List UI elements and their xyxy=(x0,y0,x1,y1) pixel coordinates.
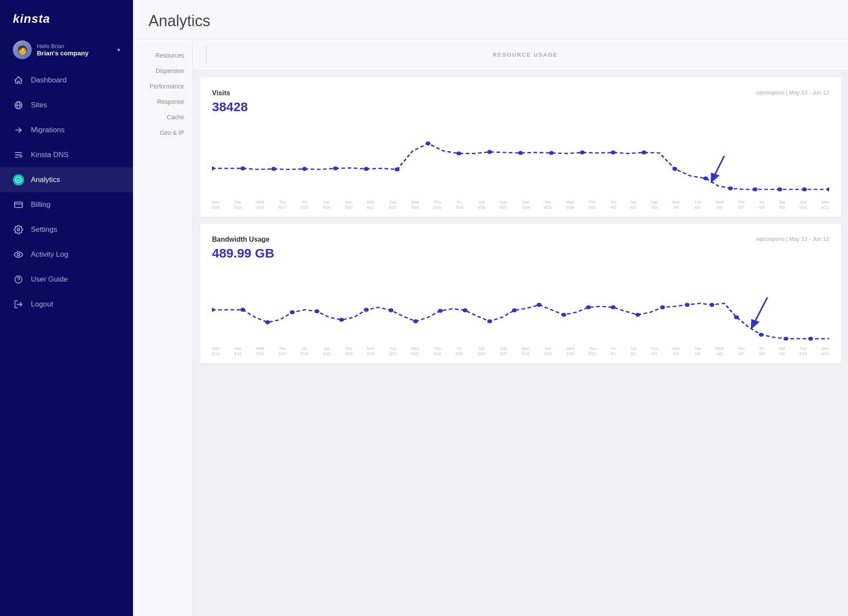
svg-point-31 xyxy=(802,187,807,191)
sidebar-item-label: User Guide xyxy=(31,275,68,284)
svg-point-46 xyxy=(512,309,517,313)
sidebar-item-migrations[interactable]: Migrations xyxy=(0,118,133,143)
chart-date: Wed5/16 xyxy=(256,346,264,356)
chart-subtitle: wpcoupons | May 13 - Jun 12 xyxy=(756,89,829,96)
sidebar-item-settings[interactable]: Settings xyxy=(0,217,133,242)
chart-subtitle: wpcoupons | May 13 - Jun 12 xyxy=(756,236,829,242)
chart-date: Sat6/9 xyxy=(779,346,785,356)
svg-point-15 xyxy=(333,167,338,170)
svg-point-40 xyxy=(364,308,369,312)
chart-value: 489.99 GB xyxy=(212,246,829,261)
chart-date: Fri6/1 xyxy=(611,346,616,356)
chart-date: Fri5/18 xyxy=(301,346,309,356)
svg-point-26 xyxy=(672,167,678,171)
svg-point-43 xyxy=(438,309,443,313)
chart-date: Sat6/2 xyxy=(630,346,636,356)
chart-header: Bandwidth Usage wpcoupons | May 13 - Jun… xyxy=(212,236,829,243)
user-hello: Hello Brian xyxy=(37,43,112,49)
chart-date: Sun5/20 xyxy=(345,346,353,356)
svg-point-23 xyxy=(580,151,585,155)
chart-date: Fri5/25 xyxy=(456,200,463,210)
svg-point-19 xyxy=(456,152,461,155)
sub-nav-resources[interactable]: Resources xyxy=(133,48,193,63)
user-company: Brian's company xyxy=(37,49,112,57)
chart-date: Fri5/18 xyxy=(301,200,309,210)
logo: kinsta xyxy=(0,0,133,34)
sidebar-item-activity-log[interactable]: Activity Log xyxy=(0,242,133,267)
chart-date: Thu5/24 xyxy=(433,346,441,356)
svg-point-42 xyxy=(413,319,418,323)
help-icon xyxy=(13,274,24,285)
eye-icon xyxy=(13,249,24,260)
svg-point-13 xyxy=(271,167,276,171)
svg-point-53 xyxy=(685,303,690,307)
svg-point-28 xyxy=(728,186,733,190)
chart-card-visits: Visits wpcoupons | May 13 - Jun 12 38428… xyxy=(200,77,841,217)
svg-point-56 xyxy=(759,333,764,337)
sidebar-item-label: Billing xyxy=(31,200,50,209)
svg-point-52 xyxy=(660,306,665,310)
chart-date: Wed5/30 xyxy=(566,346,574,356)
chart-date: Tue6/5 xyxy=(694,200,701,210)
chart-date: Sat5/26 xyxy=(478,200,485,210)
chart-date: Sat5/19 xyxy=(323,200,330,210)
svg-point-47 xyxy=(536,303,542,307)
svg-point-54 xyxy=(709,303,715,307)
svg-point-20 xyxy=(487,150,492,154)
chart-date: Mon6/11 xyxy=(821,200,829,210)
chart-date: Mon5/14 xyxy=(212,346,220,356)
sidebar-item-label: Kinsta DNS xyxy=(31,151,69,159)
main-content: Analytics ResourcesDispersionPerformance… xyxy=(133,0,848,616)
sidebar-item-kinsta-dns[interactable]: Kinsta DNS xyxy=(0,143,133,167)
chart-date: Mon5/21 xyxy=(367,200,375,210)
chart-date: Tue5/22 xyxy=(389,200,397,210)
chart-date: Mon6/11 xyxy=(821,346,829,356)
svg-point-25 xyxy=(642,151,647,155)
sub-nav-dispersion[interactable]: Dispersion xyxy=(133,63,193,79)
chart-date: Fri6/8 xyxy=(759,346,765,356)
sidebar: kinsta 🧑 Hello Brian Brian's company ▾ D… xyxy=(0,0,133,616)
svg-point-44 xyxy=(463,309,468,313)
sidebar-item-sites[interactable]: Sites xyxy=(0,93,133,118)
chart-date: Sun5/27 xyxy=(500,346,508,356)
page-header: Analytics xyxy=(133,0,848,39)
svg-point-27 xyxy=(703,176,709,180)
svg-point-55 xyxy=(734,316,739,319)
sidebar-item-analytics[interactable]: Analytics xyxy=(0,167,133,192)
chart-date: Sun6/10 xyxy=(800,200,807,210)
globe-icon xyxy=(13,100,24,111)
sub-nav-geo---ip[interactable]: Geo & IP xyxy=(133,125,193,140)
chart-date: Thu5/31 xyxy=(588,346,596,356)
svg-point-18 xyxy=(426,142,431,146)
arrow-right-icon xyxy=(13,124,24,136)
chart-date: Sun6/3 xyxy=(651,200,658,210)
chart-date: Sat6/9 xyxy=(779,200,785,210)
user-section[interactable]: 🧑 Hello Brian Brian's company ▾ xyxy=(0,34,133,68)
sidebar-item-logout[interactable]: Logout xyxy=(0,292,133,317)
sidebar-item-label: Settings xyxy=(31,225,57,234)
sub-nav-performance[interactable]: Performance xyxy=(133,79,193,94)
sidebar-item-dashboard[interactable]: Dashboard xyxy=(0,68,133,93)
sub-nav-cache[interactable]: Cache xyxy=(133,109,193,125)
sidebar-item-billing[interactable]: Billing xyxy=(0,192,133,217)
svg-point-14 xyxy=(302,167,307,171)
svg-point-6 xyxy=(17,228,20,231)
svg-point-22 xyxy=(549,151,554,155)
svg-point-36 xyxy=(265,320,270,324)
nav-menu: Dashboard Sites Migrations Kinsta DNS An… xyxy=(0,68,133,317)
chart-date: Thu5/31 xyxy=(588,200,596,210)
page-title: Analytics xyxy=(148,12,833,30)
chart-date: Wed5/30 xyxy=(566,200,574,210)
chevron-down-icon: ▾ xyxy=(117,46,120,53)
resource-usage-label: RESOURCE USAGE xyxy=(215,52,835,58)
chart-date: Wed6/6 xyxy=(715,200,723,210)
sidebar-item-user-guide[interactable]: User Guide xyxy=(0,267,133,292)
chart-date: Wed5/16 xyxy=(256,200,264,210)
chart-container xyxy=(212,267,829,345)
chart-title: Visits xyxy=(212,89,230,97)
svg-point-11 xyxy=(212,167,215,170)
svg-point-32 xyxy=(827,187,829,191)
sub-nav-response[interactable]: Response xyxy=(133,94,193,109)
svg-point-38 xyxy=(315,310,320,313)
chart-date: Fri6/1 xyxy=(611,200,616,210)
